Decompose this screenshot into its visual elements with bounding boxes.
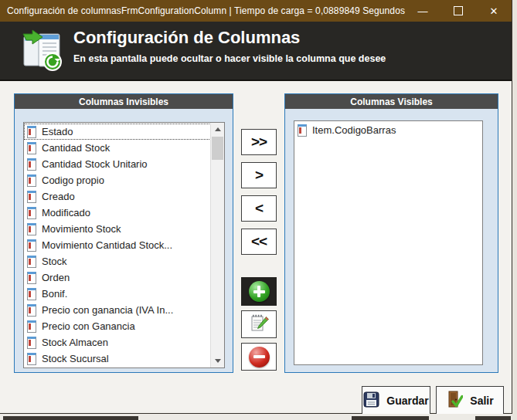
move-all-right-button[interactable]: >> xyxy=(241,129,277,155)
column-icon xyxy=(27,207,36,219)
item-label: Movimiento Stock xyxy=(42,223,121,235)
edit-column-button[interactable] xyxy=(241,310,277,338)
add-column-button[interactable] xyxy=(241,277,277,306)
item-label: Precio con Ganancia xyxy=(42,320,135,332)
list-item[interactable]: Cantidad Stock xyxy=(24,140,211,156)
exit-door-icon xyxy=(446,391,463,411)
close-icon: ✕ xyxy=(490,5,498,17)
visible-columns-listbox[interactable]: Item.CodigoBarras xyxy=(294,120,483,365)
save-button[interactable]: Guardar xyxy=(362,386,430,415)
visible-columns-panel: Columnas Visibles Item.CodigoBarras xyxy=(284,93,498,373)
list-item[interactable]: Codigo propio xyxy=(24,172,211,188)
item-label: Creado xyxy=(42,191,75,202)
scroll-up-icon[interactable] xyxy=(211,123,224,136)
scroll-thumb[interactable] xyxy=(212,137,223,160)
item-label: Bonif. xyxy=(42,288,67,300)
titlebar[interactable]: Configuración de columnasFrmConfiguratio… xyxy=(0,0,512,22)
list-item[interactable]: Precio con ganancia (IVA In... xyxy=(24,302,211,318)
list-item[interactable]: Creado xyxy=(24,188,211,205)
column-icon xyxy=(27,174,36,187)
exit-button[interactable]: Salir xyxy=(436,386,504,415)
list-item[interactable]: Stock Sucursal xyxy=(24,351,211,367)
column-icon xyxy=(298,124,307,137)
minimize-icon: — xyxy=(418,5,428,17)
page-subtitle: En esta pantalla puede ocultar o hacer v… xyxy=(73,53,386,64)
list-item[interactable]: Item.CodigoBarras xyxy=(294,122,482,138)
clipped-background-text xyxy=(475,416,511,420)
save-button-label: Guardar xyxy=(386,395,428,407)
invisible-columns-listbox[interactable]: EstadoCantidad StockCantidad Stock Unita… xyxy=(23,122,225,368)
column-icon xyxy=(27,191,36,203)
visible-columns-title: Columnas Visibles xyxy=(285,94,498,109)
column-icon xyxy=(27,223,36,235)
list-item[interactable]: Movimiento Cantidad Stock... xyxy=(24,237,211,253)
column-icon xyxy=(27,304,36,317)
column-icon xyxy=(27,353,36,365)
list-item[interactable]: Cantidad Stock Unitario xyxy=(24,156,211,172)
remove-column-button[interactable] xyxy=(241,343,277,371)
minus-icon xyxy=(249,347,270,368)
column-configuration-dialog: Configuración de columnasFrmConfiguratio… xyxy=(0,0,512,414)
move-all-left-button[interactable]: << xyxy=(241,229,277,255)
list-item[interactable]: Bonif. xyxy=(24,286,211,302)
item-label: Stock xyxy=(42,256,67,267)
item-label: Cantidad Stock xyxy=(42,142,110,154)
move-left-label: < xyxy=(255,200,263,217)
edit-notepad-icon xyxy=(249,313,270,337)
maximize-button[interactable] xyxy=(440,0,476,22)
item-label: Modificado xyxy=(42,207,90,218)
move-all-right-label: >> xyxy=(251,134,267,151)
column-icon xyxy=(27,142,36,154)
move-left-button[interactable]: < xyxy=(241,195,277,222)
clipped-background-text xyxy=(3,416,138,420)
window-title: Configuración de columnasFrmConfiguratio… xyxy=(0,5,405,16)
scroll-down-icon[interactable] xyxy=(211,354,224,368)
column-icon xyxy=(27,337,36,349)
vertical-scrollbar[interactable] xyxy=(210,123,224,368)
list-item[interactable]: Estado xyxy=(24,124,211,140)
item-label: Item.CodigoBarras xyxy=(312,124,396,136)
invisible-columns-panel: Columnas Invisibles EstadoCantidad Stock… xyxy=(14,93,233,373)
column-icon xyxy=(27,158,36,171)
column-icon xyxy=(27,256,36,268)
background-window-edge xyxy=(512,0,517,420)
item-label: Precio con ganancia (IVA In... xyxy=(42,304,173,316)
move-right-button[interactable]: > xyxy=(241,162,277,188)
item-label: Stock Sucursal xyxy=(42,353,109,364)
column-icon xyxy=(27,320,36,333)
header-band: Configuración de Columnas En esta pantal… xyxy=(0,22,512,81)
list-item[interactable]: Precio con Ganancia xyxy=(24,318,211,334)
background-window-bottom xyxy=(0,414,512,420)
item-label: Codigo propio xyxy=(42,174,104,186)
page-title: Configuración de Columnas xyxy=(73,28,300,48)
close-button[interactable]: ✕ xyxy=(476,0,512,22)
clipped-background-text xyxy=(352,416,429,420)
column-icon xyxy=(27,272,36,284)
move-all-left-label: << xyxy=(251,233,267,250)
minimize-button[interactable]: — xyxy=(405,0,440,22)
item-label: Orden xyxy=(42,272,70,283)
column-icon xyxy=(27,239,36,252)
invisible-columns-title: Columnas Invisibles xyxy=(15,94,233,109)
move-right-label: > xyxy=(255,167,263,184)
maximize-icon xyxy=(454,6,463,15)
list-item[interactable]: Orden xyxy=(24,269,211,286)
column-icon xyxy=(27,288,36,300)
columns-config-icon xyxy=(22,28,66,73)
list-item[interactable]: Modificado xyxy=(24,205,211,221)
floppy-disk-icon xyxy=(363,391,379,410)
item-label: Cantidad Stock Unitario xyxy=(42,158,148,170)
list-item[interactable]: Stock Almacen xyxy=(24,334,211,351)
item-label: Estado xyxy=(42,126,73,137)
item-label: Stock Almacen xyxy=(42,337,108,348)
list-item[interactable]: Movimiento Stock xyxy=(24,221,211,237)
list-item[interactable]: Stock xyxy=(24,253,211,269)
exit-button-label: Salir xyxy=(470,395,493,407)
column-icon xyxy=(27,126,36,138)
item-label: Movimiento Cantidad Stock... xyxy=(42,239,172,251)
plus-icon xyxy=(249,281,270,302)
